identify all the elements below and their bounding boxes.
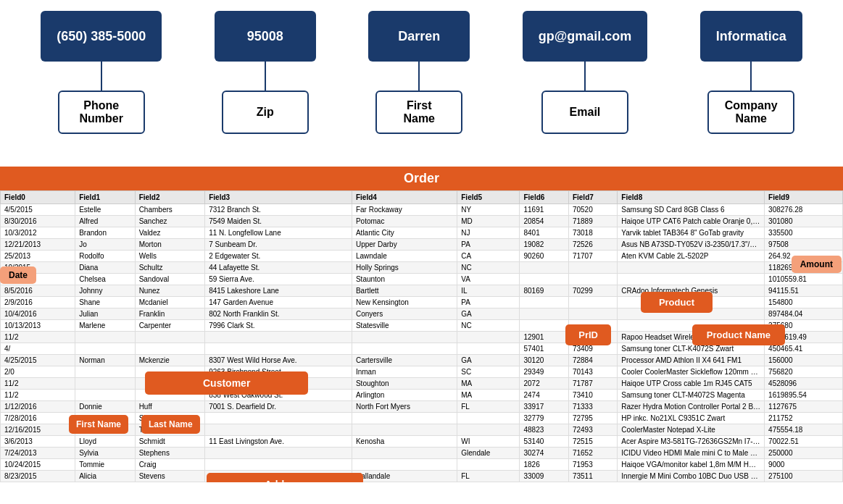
table-cell: MA	[457, 378, 520, 390]
table-cell	[568, 274, 617, 285]
table-cell: 33917	[520, 401, 568, 413]
table-cell: Stevens	[135, 471, 205, 482]
table-cell: Lawndale	[352, 251, 457, 262]
table-cell	[75, 390, 135, 401]
table-cell: 756820	[765, 366, 843, 378]
table-cell	[75, 378, 135, 390]
table-cell: Alfred	[75, 216, 135, 227]
table-cell	[568, 262, 617, 274]
table-cell	[618, 262, 765, 274]
table-cell: 1010559.81	[765, 274, 843, 285]
table-cell: 70022.51	[765, 436, 843, 448]
table-cell: 802 North Franklin St.	[205, 308, 352, 320]
table-cell: 19082	[520, 239, 568, 251]
table-cell: 25/2013	[1, 251, 75, 262]
table-cell: 10/13/2013	[1, 320, 75, 332]
table-cell: Franklin	[135, 308, 205, 320]
table-cell: 12/16/2015	[1, 424, 75, 436]
table-cell: PA	[457, 297, 520, 308]
field-label-box: First Name	[375, 91, 462, 134]
amount-overlay: Amount	[792, 256, 842, 273]
field-mapping-container: (650) 385-5000Phone Number95008ZipDarren…	[14, 11, 829, 134]
table-cell: 1127675	[765, 401, 843, 413]
table-cell: Upper Darby	[352, 239, 457, 251]
table-cell: 94115.51	[765, 285, 843, 297]
table-cell	[205, 448, 352, 459]
table-cell: 8/23/2015	[1, 471, 75, 482]
table-cell: 3/6/2013	[1, 436, 75, 448]
table-cell: 73018	[568, 227, 617, 239]
table-cell	[457, 424, 520, 436]
table-cell: 211752	[765, 413, 843, 424]
field-value-box: 95008	[215, 11, 316, 62]
column-header: Field1	[75, 191, 135, 204]
field-label-box: Email	[541, 91, 628, 134]
table-cell: 29349	[520, 366, 568, 378]
table-row: 1/12/2016DonnieHuff7001 S. Dearfield Dr.…	[1, 401, 843, 413]
column-header: Field8	[618, 191, 765, 204]
table-cell: NY	[457, 204, 520, 216]
table-cell: Inman	[352, 366, 457, 378]
table-cell: 70143	[568, 366, 617, 378]
table-cell: Shane	[75, 297, 135, 308]
table-cell: 4/25/2015	[1, 355, 75, 366]
table-cell	[352, 448, 457, 459]
table-cell: ICIDU Video HDMI Male mini C to Male min…	[618, 448, 765, 459]
table-cell: FL	[457, 401, 520, 413]
table-cell: 12/21/2013	[1, 239, 75, 251]
table-cell	[205, 332, 352, 343]
table-cell: 71652	[568, 448, 617, 459]
table-cell	[457, 343, 520, 355]
table-cell: Chelsea	[75, 274, 135, 285]
field-item: (650) 385-5000Phone Number	[41, 11, 162, 134]
table-cell: 2/9/2016	[1, 297, 75, 308]
table-cell: NC	[457, 320, 520, 332]
table-cell: Stoughton	[352, 378, 457, 390]
column-header: Field6	[520, 191, 568, 204]
field-value-box: (650) 385-5000	[41, 11, 162, 62]
table-cell: 156000	[765, 355, 843, 366]
table-cell: Brandon	[75, 227, 135, 239]
table-cell: Nunez	[135, 285, 205, 297]
table-cell: 11/2	[1, 390, 75, 401]
table-cell: North Fort Myers	[352, 401, 457, 413]
table-cell: 7 Sunbeam Dr.	[205, 239, 352, 251]
table-cell: Statesville	[352, 320, 457, 332]
table-cell: 1826	[520, 459, 568, 471]
connector-line	[750, 62, 752, 91]
field-label-box: Zip	[222, 91, 309, 134]
table-cell	[618, 274, 765, 285]
table-cell: 33009	[520, 471, 568, 482]
table-cell: 9000	[765, 459, 843, 471]
table-cell: Aten KVM Cable 2L-5202P	[618, 251, 765, 262]
table-cell: Rodolfo	[75, 251, 135, 262]
table-cell: 30274	[520, 448, 568, 459]
table-cell: 2 Edgewater St.	[205, 251, 352, 262]
table-cell: CA	[457, 251, 520, 262]
table-row: 10/3/2012BrandonValdez11 N. Longfellow L…	[1, 227, 843, 239]
table-cell: 11/2	[1, 378, 75, 390]
table-cell	[520, 262, 568, 274]
customer-overlay: Customer	[145, 371, 308, 395]
table-row: 10/24/2015TommieCraig182671953Haiqoe VGA…	[1, 459, 843, 471]
table-cell: Huff	[135, 401, 205, 413]
table-cell: Kenosha	[352, 436, 457, 448]
table-row: 8/5/2016JohnnyNunez8415 Lakeshore LaneBa…	[1, 285, 843, 297]
table-cell	[205, 413, 352, 424]
table-cell: Marlene	[75, 320, 135, 332]
column-header: Field2	[135, 191, 205, 204]
table-cell: 59 Sierra Ave.	[205, 274, 352, 285]
table-row: 25/2013RodolfoWells2 Edgewater St.Lawnda…	[1, 251, 843, 262]
table-cell: Asus NB A73SD-TY052V i3-2350/17.3"/4/500…	[618, 239, 765, 251]
table-cell: Lloyd	[75, 436, 135, 448]
table-cell: Innergie M Mini Combo 10BC Duo USB Car C…	[618, 471, 765, 482]
table-cell: Mckenzie	[135, 355, 205, 366]
table-cell: Mcdaniel	[135, 297, 205, 308]
table-cell: 71787	[568, 378, 617, 390]
column-header: Field3	[205, 191, 352, 204]
table-cell: Processor AMD Athlon II X4 641 FM1	[618, 355, 765, 366]
table-cell: 2072	[520, 378, 568, 390]
table-cell: Diana	[75, 262, 135, 274]
table-cell: 11691	[520, 204, 568, 216]
table-cell: Julian	[75, 308, 135, 320]
